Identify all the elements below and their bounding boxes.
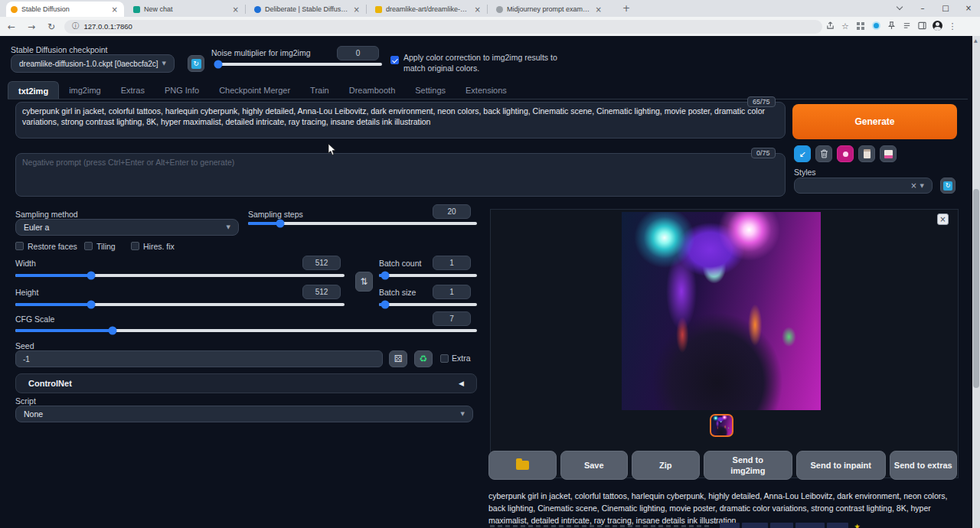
generate-button[interactable]: Generate: [792, 104, 957, 139]
browser-tab-deliberate[interactable]: Deliberate | Stable Diffusion Che ×: [250, 2, 366, 17]
controlnet-accordion[interactable]: ControlNet ◀: [15, 373, 477, 393]
tab-extras[interactable]: Extras: [111, 81, 155, 99]
window-minimize-button[interactable]: –: [911, 0, 934, 17]
tab-txt2img[interactable]: txt2img: [8, 81, 59, 99]
dreamlike-favicon: [375, 6, 382, 13]
hires-fix-checkbox[interactable]: [131, 242, 139, 250]
reuse-seed-button[interactable]: ♻: [414, 350, 433, 367]
slider-knob[interactable]: [381, 301, 389, 309]
height-slider[interactable]: [15, 303, 345, 306]
browser-tab-dreamlike[interactable]: dreamlike-art/dreamlike-diffusio ×: [371, 2, 487, 17]
save-style-button[interactable]: [880, 145, 897, 162]
clear-styles-icon[interactable]: ×: [910, 181, 916, 190]
gallery-thumbnail-selected[interactable]: [710, 414, 733, 437]
script-dropdown[interactable]: None ▼: [15, 406, 473, 422]
scrollbar-up-icon[interactable]: ▲: [974, 37, 978, 43]
window-menu-chevron-icon[interactable]: [888, 0, 911, 17]
site-info-icon[interactable]: ⓘ: [72, 21, 80, 31]
clear-prompt-button[interactable]: [815, 145, 832, 162]
batch-size-slider[interactable]: [379, 303, 477, 306]
back-icon[interactable]: ←: [3, 21, 20, 32]
window-maximize-button[interactable]: □: [934, 0, 957, 17]
zip-button[interactable]: Zip: [632, 451, 700, 480]
slider-knob[interactable]: [381, 272, 389, 280]
tab-close-icon[interactable]: ×: [594, 5, 603, 14]
random-seed-button[interactable]: ⚄: [389, 350, 407, 367]
refresh-checkpoint-button[interactable]: ↻: [188, 55, 204, 72]
reading-list-icon[interactable]: [899, 21, 914, 31]
tab-extensions[interactable]: Extensions: [456, 81, 517, 99]
color-correction-checkbox[interactable]: [390, 56, 399, 64]
slider-knob[interactable]: [87, 272, 95, 280]
checkpoint-dropdown[interactable]: dreamlike-diffusion-1.0.ckpt [0aecbcfa2c…: [11, 54, 175, 73]
noise-multiplier-slider[interactable]: [215, 63, 382, 66]
open-folder-button[interactable]: [488, 451, 557, 480]
negative-prompt-textarea[interactable]: [15, 153, 786, 197]
cfg-scale-input[interactable]: [433, 311, 471, 326]
tiling-label: Tiling: [96, 242, 116, 251]
send-to-img2img-button[interactable]: Send to img2img: [704, 451, 793, 480]
slider-knob[interactable]: [87, 301, 95, 309]
overflow-menu-icon[interactable]: ⋮: [945, 21, 960, 31]
apply-style-button[interactable]: [858, 145, 875, 162]
tab-train[interactable]: Train: [300, 81, 339, 99]
address-bar[interactable]: ⓘ 127.0.0.1:7860: [64, 20, 822, 34]
swap-dimensions-button[interactable]: ⇅: [355, 272, 373, 292]
slider-knob[interactable]: [276, 220, 284, 228]
browser-tab-new-chat[interactable]: New chat ×: [129, 2, 245, 17]
bookmark-star-icon[interactable]: ☆: [838, 21, 853, 31]
refresh-styles-button[interactable]: ↻: [940, 178, 956, 194]
extension-blue-icon[interactable]: [868, 21, 884, 31]
clipboard-icon: [864, 149, 871, 158]
tab-settings[interactable]: Settings: [405, 81, 456, 99]
side-panel-icon[interactable]: [914, 21, 929, 31]
paste-params-button[interactable]: ↙: [794, 145, 811, 162]
extensions-pin-icon[interactable]: [884, 21, 899, 31]
generated-image[interactable]: [622, 212, 821, 410]
tab-close-icon[interactable]: ×: [352, 5, 361, 14]
width-input[interactable]: [302, 256, 341, 270]
window-close-button[interactable]: ×: [957, 0, 980, 17]
extra-seed-checkbox[interactable]: [440, 354, 449, 363]
tab-close-icon[interactable]: ×: [473, 5, 482, 14]
width-slider[interactable]: [15, 274, 345, 277]
browser-tab-midjourney[interactable]: Midjourney prompt examples : L ×: [492, 2, 608, 17]
cfg-scale-slider[interactable]: [15, 329, 477, 332]
tab-dreambooth[interactable]: Dreambooth: [339, 81, 406, 99]
noise-multiplier-input[interactable]: [337, 46, 379, 60]
sampling-method-dropdown[interactable]: Euler a ▼: [15, 219, 239, 236]
scrollbar-thumb[interactable]: [973, 189, 979, 388]
restore-faces-checkbox[interactable]: [15, 242, 24, 250]
slider-knob[interactable]: [214, 60, 223, 69]
profile-avatar[interactable]: [929, 21, 945, 32]
tab-img2img[interactable]: img2img: [59, 81, 111, 99]
tab-checkpoint-merger[interactable]: Checkpoint Merger: [209, 81, 300, 99]
batch-count-slider[interactable]: [379, 274, 477, 277]
extra-networks-button[interactable]: [837, 145, 854, 162]
forward-icon[interactable]: →: [23, 21, 40, 32]
styles-dropdown[interactable]: × ▼: [794, 178, 933, 194]
share-icon[interactable]: [822, 21, 838, 31]
reload-icon[interactable]: ↻: [43, 21, 60, 32]
slider-knob[interactable]: [108, 327, 116, 335]
close-gallery-button[interactable]: ×: [937, 213, 949, 225]
height-input[interactable]: [302, 285, 341, 299]
batch-size-input[interactable]: [433, 285, 471, 299]
send-to-extras-button[interactable]: Send to extras: [890, 451, 958, 480]
browser-tab-stable-diffusion[interactable]: Stable Diffusion ×: [6, 2, 124, 17]
new-tab-button[interactable]: +: [620, 3, 632, 15]
extension-grid-icon[interactable]: [853, 22, 868, 31]
tab-close-icon[interactable]: ×: [110, 5, 119, 14]
batch-count-input[interactable]: [433, 256, 471, 270]
tab-png-info[interactable]: PNG Info: [155, 81, 209, 99]
send-to-inpaint-button[interactable]: Send to inpaint: [796, 451, 886, 480]
sampling-steps-slider[interactable]: [248, 222, 477, 225]
tab-close-icon[interactable]: ×: [231, 5, 240, 14]
sampling-steps-input[interactable]: [433, 204, 471, 219]
prompt-textarea[interactable]: cyberpunk girl in jacket, colorful tatto…: [15, 102, 786, 139]
save-button[interactable]: Save: [560, 451, 629, 480]
chevron-down-icon: ▼: [162, 60, 166, 67]
page-scrollbar[interactable]: ▲: [972, 36, 980, 528]
seed-input[interactable]: [15, 350, 383, 367]
tiling-checkbox[interactable]: [84, 242, 93, 250]
